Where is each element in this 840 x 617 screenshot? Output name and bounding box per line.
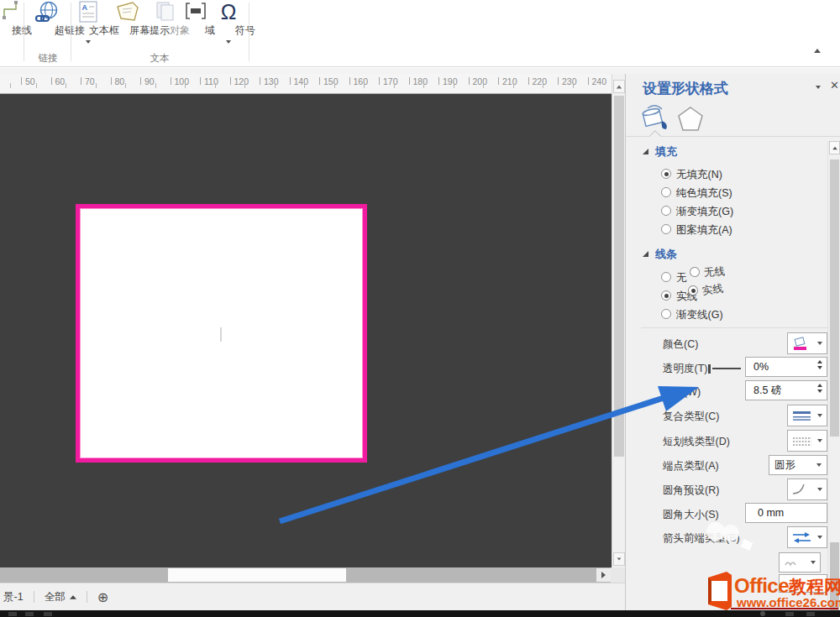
transparency-slider-thumb[interactable] <box>708 364 711 374</box>
scroll-right-button[interactable] <box>596 568 611 582</box>
scope-selector[interactable]: 全部 <box>45 590 76 604</box>
ruler-tick <box>319 77 320 85</box>
radio-label[interactable]: 无填充(N) <box>676 168 722 182</box>
panel-scrollbar[interactable] <box>827 141 840 617</box>
radio-solid-line[interactable] <box>661 290 671 301</box>
spinner-arrows[interactable] <box>817 384 822 393</box>
ruler-number: 100 <box>175 76 190 86</box>
ruler-tick <box>21 77 22 85</box>
width-label: 宽度(W) <box>663 385 701 400</box>
radio-gradient-line[interactable] <box>661 309 671 319</box>
radio-no-fill[interactable] <box>661 169 671 179</box>
arrow-head-dropdown[interactable] <box>787 526 827 548</box>
ruler-number: 140 <box>294 76 309 86</box>
collapse-ribbon-icon[interactable] <box>814 49 821 53</box>
taskbar-icon[interactable] <box>44 612 52 616</box>
fill-expander-icon[interactable] <box>643 149 648 154</box>
spinner-arrows[interactable] <box>817 360 822 369</box>
radio-label[interactable]: 图案填充(A) <box>676 223 732 238</box>
fill-section-header[interactable]: 填充 <box>655 144 677 159</box>
ruler-tick <box>51 77 52 85</box>
arrow-ends-icon <box>792 531 811 544</box>
tab-shape-options[interactable] <box>676 105 705 137</box>
ruler-number: 90 <box>144 76 155 86</box>
horizontal-scroll-thumb[interactable] <box>168 568 346 582</box>
svg-text:A: A <box>82 3 88 12</box>
transparency-spinner[interactable]: 0% <box>745 357 827 377</box>
round-corner-icon <box>792 483 807 496</box>
radio-solid-fill[interactable] <box>661 187 671 197</box>
dropdown-caret-icon <box>817 536 822 539</box>
ruler-tick <box>423 83 424 88</box>
horizontal-scrollbar[interactable] <box>0 567 625 583</box>
compound-type-dropdown[interactable] <box>787 405 827 426</box>
ruler-number: 70 <box>85 76 95 86</box>
ruler-tick <box>125 83 126 88</box>
round-preset-dropdown[interactable] <box>787 478 827 500</box>
statusbar-divider <box>34 591 34 603</box>
radio-gradient-fill[interactable] <box>661 206 671 216</box>
cap-type-dropdown[interactable]: 圆形 <box>769 455 827 475</box>
cap-type-label: 端点类型(A) <box>663 459 719 473</box>
ruler-tick <box>96 83 97 88</box>
ruler-tick <box>588 77 589 85</box>
ruler-tick <box>438 77 439 85</box>
brand-cn: 教程网 <box>789 577 840 596</box>
line-color-button[interactable] <box>787 332 827 354</box>
taskbar-icon[interactable] <box>8 612 17 616</box>
width-spinner[interactable]: 8.5 磅 <box>745 380 827 400</box>
width-value: 8.5 磅 <box>753 384 781 398</box>
ruler-tick <box>275 83 276 88</box>
ribbon-label: 符号 <box>228 24 262 38</box>
round-size-label: 圆角大小(S) <box>663 508 719 522</box>
round-size-value: 0 mm <box>758 507 784 519</box>
ghost-blob <box>722 525 739 541</box>
radio-label[interactable]: 渐变填充(G) <box>676 205 733 219</box>
round-size-input[interactable]: 0 mm <box>745 503 827 523</box>
dropdown-caret-icon <box>226 40 231 44</box>
vertical-scroll-thumb[interactable] <box>614 96 624 457</box>
ruler-number: 60 <box>55 76 66 86</box>
radio-pattern-fill[interactable] <box>661 224 671 234</box>
ribbon-group-text: 文本 <box>72 52 247 65</box>
transparency-slider-track[interactable] <box>712 368 741 369</box>
ruler-tick <box>171 77 171 85</box>
radio-label[interactable]: 无 <box>676 271 687 285</box>
ruler-number: 210 <box>502 76 517 86</box>
ruler-tick <box>81 77 81 85</box>
panel-menu-caret-icon[interactable] <box>816 86 821 89</box>
vertical-scrollbar[interactable] <box>612 74 625 567</box>
panel-scroll-up-button[interactable] <box>829 141 840 154</box>
dash-type-dropdown[interactable] <box>787 430 827 452</box>
line-section-header[interactable]: 线条 <box>655 247 677 262</box>
page-tab[interactable]: 景-1 <box>3 590 24 604</box>
panel-scroll-thumb[interactable] <box>830 159 839 437</box>
ruler-tick <box>573 83 574 88</box>
scroll-up-icon <box>617 85 622 88</box>
ruler-number: 230 <box>562 76 577 86</box>
radio-no-line[interactable] <box>661 272 671 282</box>
radio-label[interactable]: 渐变线(G) <box>676 308 723 322</box>
ruler-tick <box>349 77 350 85</box>
scroll-right-icon <box>601 572 606 578</box>
add-page-button[interactable]: ⊕ <box>97 589 108 605</box>
dropdown-caret-icon <box>86 40 91 44</box>
line-expander-icon[interactable] <box>643 251 648 257</box>
panel-close-button[interactable]: ✕ <box>830 79 840 92</box>
format-shape-panel: 设置形状格式 ✕ 填充 无填充(N) 纯色填充(S) <box>625 74 840 617</box>
dropdown-caret-icon <box>817 488 822 491</box>
dash-lines-icon <box>792 436 812 447</box>
ruler-tick <box>111 77 112 85</box>
ruler-tick <box>66 83 66 88</box>
radio-label[interactable]: 纯色填充(S) <box>676 186 732 201</box>
panel-title: 设置形状格式 <box>643 79 728 98</box>
scroll-up-button[interactable] <box>613 80 625 93</box>
scroll-down-button[interactable] <box>613 552 625 566</box>
ruler-tick <box>513 83 514 88</box>
ruler-tick <box>543 83 543 88</box>
scope-label: 全部 <box>45 590 66 604</box>
ribbon-divider <box>249 3 249 61</box>
ribbon-button-connector[interactable]: 接线 <box>0 0 22 65</box>
taskbar-icon[interactable] <box>25 612 34 616</box>
transparency-label: 透明度(T) <box>663 362 707 376</box>
